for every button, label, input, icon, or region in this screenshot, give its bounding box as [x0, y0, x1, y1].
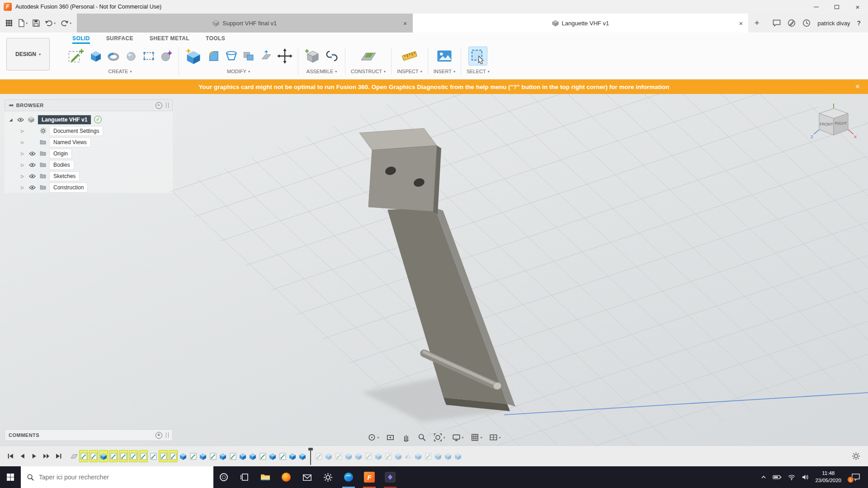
create-sketch-button[interactable]: [67, 47, 85, 65]
timeline-feature-sketch-icon[interactable]: [258, 450, 267, 462]
extrude-button[interactable]: [89, 49, 103, 63]
group-assemble-dropdown[interactable]: ASSEMBLE▾: [307, 69, 337, 74]
browser-item-construction[interactable]: ▷ Construction: [5, 182, 173, 193]
joint-button[interactable]: [324, 48, 340, 64]
offset-face-button[interactable]: [259, 49, 273, 63]
caret-right-icon[interactable]: ▷: [20, 185, 25, 190]
browser-item-origin[interactable]: ▷ Origin: [5, 148, 173, 159]
caret-expanded-icon[interactable]: ◢: [8, 117, 14, 122]
look-at-button[interactable]: [386, 433, 395, 442]
file-explorer-button[interactable]: [255, 466, 276, 488]
tab-close-icon[interactable]: ×: [739, 19, 743, 27]
sweep-button[interactable]: [124, 49, 138, 63]
extensions-icon[interactable]: [788, 19, 796, 27]
volume-icon[interactable]: [802, 474, 809, 480]
panel-minus-icon[interactable]: −: [156, 102, 162, 109]
combine-button[interactable]: [242, 49, 255, 63]
browser-item-sketches[interactable]: ▷ Sketches: [5, 170, 173, 182]
taskbar-clock[interactable]: 11:48 23/05/2020: [815, 470, 841, 484]
timeline-feature-sketch-icon[interactable]: [119, 450, 128, 462]
timeline-feature-sketch-icon[interactable]: [79, 450, 88, 462]
fit-button[interactable]: ▾: [433, 433, 445, 442]
viewcube[interactable]: FRONT RIGHT Z X: [809, 102, 858, 145]
save-button[interactable]: [33, 19, 40, 27]
timeline-feature-extrude-icon[interactable]: [248, 450, 257, 462]
help-button[interactable]: ?: [857, 19, 861, 27]
measure-button[interactable]: [401, 47, 419, 65]
comments-panel[interactable]: COMMENTS +: [5, 429, 173, 441]
tab-tools[interactable]: TOOLS: [206, 35, 225, 44]
browser-item-label[interactable]: Origin: [50, 149, 71, 158]
timeline-feature-sketch-icon[interactable]: [424, 450, 433, 462]
timeline-skip-start-button[interactable]: [7, 453, 14, 460]
user-name[interactable]: patrick divay: [817, 20, 850, 27]
browser-item-label[interactable]: Bodies: [50, 160, 74, 169]
edge-button[interactable]: [338, 466, 359, 488]
timeline-feature-extrude-icon[interactable]: [288, 450, 297, 462]
firefox-button[interactable]: [276, 466, 297, 488]
revolve-button[interactable]: [107, 49, 120, 63]
timeline-feature-plane-icon[interactable]: [69, 450, 78, 462]
timeline-feature-sketch-icon[interactable]: [278, 450, 287, 462]
timeline-feature-extrude-icon[interactable]: [198, 450, 208, 462]
construct-plane-button[interactable]: [359, 47, 377, 65]
timeline-feature-sketch-icon[interactable]: [189, 450, 198, 462]
tab-surface[interactable]: SURFACE: [106, 35, 133, 44]
insert-button[interactable]: [435, 47, 453, 65]
timeline-feature-sketch-icon[interactable]: [169, 450, 178, 462]
comments-expand-icon[interactable]: +: [156, 432, 162, 439]
timeline-feature-extrude-icon[interactable]: [324, 450, 333, 462]
comments-grip-icon[interactable]: [166, 432, 169, 438]
doc-tab-support-vhf[interactable]: Support VHF final v1 ×: [77, 14, 413, 33]
caret-right-icon[interactable]: ▷: [20, 163, 25, 167]
caret-right-icon[interactable]: ▷: [20, 140, 25, 145]
warning-close-button[interactable]: ×: [855, 82, 860, 91]
timeline-feature-extrude-icon[interactable]: [298, 450, 307, 462]
browser-item-root[interactable]: ◢ Languette VHF v1 ✓: [5, 114, 173, 125]
grid-settings-button[interactable]: ▾: [471, 433, 482, 442]
file-menu-button[interactable]: ▾: [18, 19, 28, 27]
caret-right-icon[interactable]: ▷: [20, 174, 25, 178]
timeline-feature-sketch-icon[interactable]: [129, 450, 138, 462]
eye-icon[interactable]: [28, 151, 36, 156]
browser-root-label[interactable]: Languette VHF v1: [38, 115, 91, 124]
timeline-feature-sketch-icon[interactable]: [228, 450, 237, 462]
eye-icon[interactable]: [28, 163, 36, 167]
timeline-feature-extrude-icon[interactable]: [179, 450, 188, 462]
timeline-feature-extrude-icon[interactable]: [99, 450, 108, 462]
caret-right-icon[interactable]: ▷: [20, 151, 25, 156]
browser-item-bodies[interactable]: ▷ Bodies: [5, 159, 173, 170]
app-grid-button[interactable]: [5, 19, 13, 27]
browser-item-label[interactable]: Sketches: [50, 172, 79, 181]
timeline-feature-extrude-icon[interactable]: [453, 450, 462, 462]
eye-icon[interactable]: [17, 117, 24, 122]
panel-grip-icon[interactable]: [166, 103, 169, 108]
timeline-feature-extrude-icon[interactable]: [394, 450, 403, 462]
group-inspect-dropdown[interactable]: INSPECT▾: [397, 69, 422, 74]
timeline-feature-sketch-icon[interactable]: [384, 450, 393, 462]
workspace-selector[interactable]: DESIGN ▾: [6, 38, 50, 70]
timeline-play-button[interactable]: [31, 453, 38, 460]
comments-icon[interactable]: [773, 19, 781, 27]
new-tab-button[interactable]: +: [748, 14, 765, 33]
display-settings-button[interactable]: ▾: [452, 433, 463, 442]
undo-button[interactable]: ▾: [45, 19, 56, 27]
group-insert-dropdown[interactable]: INSERT▾: [434, 69, 455, 74]
timeline-feature-sketch-icon[interactable]: [109, 450, 118, 462]
orbit-button[interactable]: ▾: [367, 433, 379, 442]
timeline-feature-sketch-icon[interactable]: [334, 450, 343, 462]
group-modify-dropdown[interactable]: MODIFY▾: [227, 69, 250, 74]
move-button[interactable]: [277, 48, 292, 64]
caret-right-icon[interactable]: ▷: [20, 129, 25, 133]
coil-button[interactable]: [160, 49, 173, 63]
timeline-feature-extrude-icon[interactable]: [443, 450, 453, 462]
timeline-feature-extrude-icon[interactable]: [344, 450, 353, 462]
select-button[interactable]: [468, 47, 487, 66]
search-input[interactable]: [39, 474, 208, 481]
pan-button[interactable]: [401, 433, 410, 442]
group-select-dropdown[interactable]: SELECT▾: [467, 69, 490, 74]
fusion360-taskbar-button[interactable]: F: [359, 466, 380, 488]
browser-item-named-views[interactable]: ▷ Named Views: [5, 136, 173, 148]
settings-button[interactable]: [317, 466, 338, 488]
timeline-feature-sketch-icon[interactable]: [89, 450, 98, 462]
